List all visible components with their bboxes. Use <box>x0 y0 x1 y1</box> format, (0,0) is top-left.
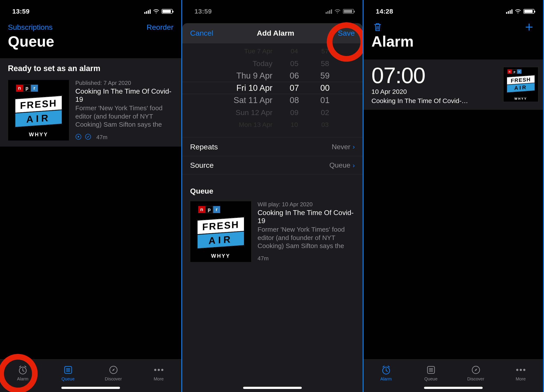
compass-icon <box>471 365 481 375</box>
episode-willplay: Will play: 10 Apr 2020 <box>258 201 356 208</box>
episode-description: Former 'New York Times' food editor (and… <box>75 104 175 130</box>
page-title: Queue <box>0 33 181 53</box>
episode-artwork: npr FRESH AIR WHYY <box>8 80 69 141</box>
tab-alarm[interactable]: Alarm <box>364 359 408 392</box>
alarm-clock-icon <box>18 365 28 375</box>
episode-duration: 47m <box>258 255 269 262</box>
add-button[interactable] <box>523 21 535 33</box>
home-indicator[interactable] <box>424 387 483 389</box>
tab-label: Queue <box>424 376 437 381</box>
navbar: Subscriptions Reorder <box>0 19 181 33</box>
signal-icon <box>144 9 151 14</box>
add-alarm-modal: Cancel Add Alarm Save Tue 7 Apr Today Th… <box>182 23 363 392</box>
episode-title: Cooking In The Time Of Covid-19 <box>75 87 175 104</box>
chevron-right-icon: › <box>353 162 355 169</box>
tab-label: Alarm <box>17 376 28 381</box>
home-indicator[interactable] <box>243 387 302 389</box>
alarm-date: 10 Apr 2020 <box>372 88 498 95</box>
datetime-picker[interactable]: Tue 7 Apr Today Thu 9 Apr Fri 10 Apr Sat… <box>182 43 363 131</box>
fresh-air-artwork: npr FRESH AIR WHYY <box>8 80 69 141</box>
modal-title: Add Alarm <box>257 29 294 37</box>
source-row[interactable]: Source Queue › <box>182 156 363 174</box>
source-label: Source <box>190 161 214 170</box>
reorder-button[interactable]: Reorder <box>147 23 173 31</box>
tab-label: Alarm <box>380 376 392 381</box>
tab-label: Discover <box>467 376 485 381</box>
source-value: Queue <box>329 161 350 169</box>
repeats-row[interactable]: Repeats Never › <box>182 138 363 156</box>
tab-alarm[interactable]: Alarm <box>0 359 45 392</box>
alarm-card[interactable]: 07:00 10 Apr 2020 Cooking In The Time Of… <box>364 59 543 110</box>
queue-preview: Queue npr FRESH AIR WHYY Will <box>182 187 363 268</box>
battery-icon <box>523 9 534 14</box>
queue-list-icon <box>426 365 436 375</box>
more-dots-icon <box>154 365 163 375</box>
plus-icon <box>525 23 533 31</box>
alarm-time: 07:00 <box>372 64 498 87</box>
tab-label: More <box>516 376 526 381</box>
alarm-settings-list: Repeats Never › Source Queue › <box>182 137 363 175</box>
tab-more[interactable]: More <box>136 359 181 392</box>
queue-episode-row[interactable]: npr FRESH AIR WHYY Will play: 10 Apr 202… <box>182 197 363 268</box>
battery-icon <box>162 9 172 14</box>
page-title: Alarm <box>364 33 543 53</box>
status-time: 13:59 <box>12 8 30 15</box>
section-header: Ready to set as an alarm <box>0 58 181 75</box>
checkmark-icon[interactable] <box>85 134 91 141</box>
status-icons <box>144 9 172 14</box>
wifi-icon <box>515 9 521 14</box>
episode-row[interactable]: npr FRESH AIR WHYY Published: 7 Apr 2020… <box>0 75 181 147</box>
repeats-label: Repeats <box>190 143 218 151</box>
modal-header: Cancel Add Alarm Save <box>182 23 363 43</box>
repeats-value: Never <box>332 143 350 151</box>
tab-label: Queue <box>61 376 74 381</box>
screen-alarm-list: 14:28 Alarm 07:00 10 Apr <box>363 0 544 392</box>
picker-minute-column[interactable]: 57 58 59 00 01 02 03 <box>316 45 334 131</box>
tab-more[interactable]: More <box>498 359 543 392</box>
picker-hour-column[interactable]: 04 05 06 07 08 09 10 <box>286 45 303 131</box>
tab-label: Discover <box>105 376 122 381</box>
status-icons <box>506 9 534 14</box>
fresh-air-artwork: npr FRESH AIR WHYY <box>190 201 251 262</box>
fresh-air-artwork: npr FRESH AIR WHYY <box>503 67 538 102</box>
alarm-episode-title: Cooking In The Time Of Covid-… <box>372 97 498 104</box>
tab-label: More <box>154 376 164 381</box>
wifi-icon <box>153 9 160 14</box>
queue-list-icon <box>63 365 73 375</box>
navbar <box>364 19 543 33</box>
status-time: 14:28 <box>376 8 393 15</box>
queue-header: Queue <box>182 187 363 197</box>
screen-add-alarm: 13:59 Cancel Add Alarm Save Tue 7 Apr To… <box>181 0 363 392</box>
status-bar: 14:28 <box>364 0 543 19</box>
play-icon[interactable] <box>75 134 82 141</box>
screen-queue: 13:59 Subscriptions Reorder Queue Ready … <box>0 0 181 392</box>
episode-published: Published: 7 Apr 2020 <box>75 80 175 86</box>
episode-duration: 47m <box>96 134 107 141</box>
cancel-button[interactable]: Cancel <box>190 29 213 37</box>
episode-description: Former 'New York Times' food editor (and… <box>258 225 356 252</box>
picker-date-column[interactable]: Tue 7 Apr Today Thu 9 Apr Fri 10 Apr Sat… <box>211 45 272 131</box>
status-bar: 13:59 <box>0 0 181 19</box>
episode-title: Cooking In The Time Of Covid-19 <box>258 209 356 225</box>
chevron-right-icon: › <box>353 143 355 150</box>
trash-icon <box>373 22 382 32</box>
save-button[interactable]: Save <box>338 29 355 37</box>
delete-button[interactable] <box>372 21 384 34</box>
signal-icon <box>506 9 513 14</box>
more-dots-icon <box>516 365 525 375</box>
alarm-ready-section: Ready to set as an alarm npr FRESH AIR W… <box>0 58 181 147</box>
alarm-clock-icon <box>381 365 391 375</box>
episode-artwork: npr FRESH AIR WHYY <box>190 201 251 262</box>
subscriptions-button[interactable]: Subscriptions <box>8 23 53 31</box>
home-indicator[interactable] <box>61 387 120 389</box>
compass-icon <box>109 365 118 375</box>
